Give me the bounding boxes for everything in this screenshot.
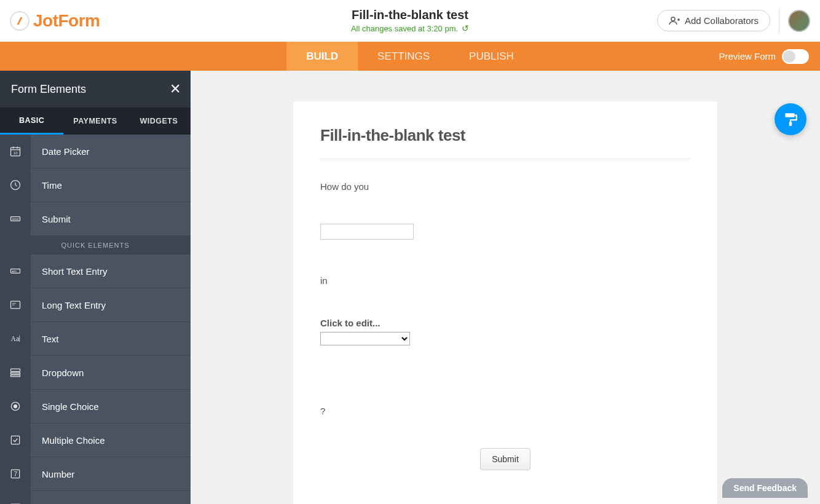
svg-rect-10 bbox=[11, 369, 20, 371]
element-label: Long Text Entry bbox=[31, 300, 106, 310]
section-quick-elements: QUICK ELEMENTS bbox=[0, 236, 191, 254]
svg-rect-8 bbox=[11, 301, 20, 309]
element-single-choice[interactable]: Single Choice bbox=[0, 390, 191, 423]
form-text-2[interactable]: in bbox=[320, 275, 690, 286]
svg-rect-12 bbox=[11, 375, 20, 377]
collab-label: Add Collaborators bbox=[685, 15, 759, 26]
svg-point-14 bbox=[14, 405, 17, 408]
form-text-3[interactable]: ? bbox=[320, 406, 690, 416]
element-image[interactable]: Image bbox=[0, 491, 191, 504]
submit-button[interactable]: Submit bbox=[480, 448, 530, 470]
element-label: Short Text Entry bbox=[31, 266, 107, 277]
date-icon: 10 bbox=[9, 145, 22, 157]
svg-point-0 bbox=[671, 17, 675, 21]
tab-settings[interactable]: SETTINGS bbox=[358, 42, 449, 71]
long-text-icon bbox=[9, 299, 22, 311]
element-label: Single Choice bbox=[31, 401, 99, 412]
save-status: All changes saved at 3:20 pm. ↺ bbox=[351, 23, 469, 33]
sidebar-tab-payments[interactable]: PAYMENTS bbox=[63, 108, 127, 135]
preview-label: Preview Form bbox=[719, 51, 776, 61]
svg-text:10: 10 bbox=[14, 151, 18, 155]
header-center: Fill-in-the-blank test All changes saved… bbox=[351, 8, 469, 33]
nav-tabs: BUILD SETTINGS PUBLISH bbox=[286, 42, 534, 71]
avatar[interactable] bbox=[788, 10, 810, 32]
logo-text: JotForm bbox=[33, 11, 100, 31]
element-dropdown[interactable]: Dropdown bbox=[0, 356, 191, 390]
form-title[interactable]: Fill-in-the-blank test bbox=[351, 8, 469, 22]
image-icon bbox=[9, 502, 22, 504]
element-label: Time bbox=[31, 180, 62, 191]
element-long-text[interactable]: Long Text Entry bbox=[0, 288, 191, 322]
dropdown-label[interactable]: Click to edit... bbox=[320, 318, 690, 328]
sidebar-tab-widgets[interactable]: WIDGETS bbox=[127, 108, 191, 135]
top-header: JotForm Fill-in-the-blank test All chang… bbox=[0, 0, 820, 42]
element-number[interactable]: 7 Number bbox=[0, 457, 191, 491]
element-time[interactable]: Time bbox=[0, 168, 191, 202]
tab-publish[interactable]: PUBLISH bbox=[449, 42, 534, 71]
sidebar-title: Form Elements bbox=[11, 83, 86, 96]
form-divider bbox=[320, 159, 690, 159]
time-icon bbox=[9, 179, 22, 191]
svg-text:SEND: SEND bbox=[12, 218, 19, 221]
element-label: Multiple Choice bbox=[31, 435, 105, 446]
element-multiple-choice[interactable]: Multiple Choice bbox=[0, 423, 191, 457]
svg-rect-11 bbox=[11, 372, 20, 374]
paint-roller-icon bbox=[783, 111, 798, 127]
sidebar: Form Elements ✕ BASIC PAYMENTS WIDGETS 1… bbox=[0, 71, 191, 504]
close-icon[interactable]: ✕ bbox=[170, 81, 181, 97]
sidebar-tabs: BASIC PAYMENTS WIDGETS bbox=[0, 108, 191, 135]
form-text-1[interactable]: How do you bbox=[320, 181, 690, 192]
send-feedback-button[interactable]: Send Feedback bbox=[722, 478, 808, 498]
dropdown-field[interactable] bbox=[320, 332, 410, 345]
form-heading[interactable]: Fill-in-the-blank test bbox=[320, 126, 690, 145]
header-divider bbox=[779, 9, 779, 33]
revert-icon[interactable]: ↺ bbox=[462, 23, 469, 33]
save-status-text: All changes saved at 3:20 pm. bbox=[351, 24, 458, 33]
element-short-text[interactable]: ABC Short Text Entry bbox=[0, 254, 191, 288]
svg-rect-20 bbox=[785, 113, 794, 117]
element-submit[interactable]: SEND Submit bbox=[0, 202, 191, 236]
element-list[interactable]: 10 Date Picker Time SEND Submit QUICK EL… bbox=[0, 135, 191, 504]
element-label: Date Picker bbox=[31, 146, 90, 157]
svg-text:Aa: Aa bbox=[11, 335, 20, 343]
svg-text:7: 7 bbox=[14, 471, 18, 478]
number-icon: 7 bbox=[9, 468, 22, 480]
add-collaborators-button[interactable]: Add Collaborators bbox=[657, 10, 770, 31]
form-card[interactable]: Fill-in-the-blank test How do you in Cli… bbox=[293, 101, 717, 504]
svg-rect-15 bbox=[11, 436, 19, 444]
svg-rect-21 bbox=[789, 122, 792, 126]
nav-bar: BUILD SETTINGS PUBLISH Preview Form bbox=[0, 42, 820, 71]
sidebar-header: Form Elements ✕ bbox=[0, 71, 191, 108]
short-text-icon: ABC bbox=[9, 265, 22, 277]
form-canvas[interactable]: Fill-in-the-blank test How do you in Cli… bbox=[191, 71, 820, 504]
element-label: Text bbox=[31, 334, 59, 344]
submit-icon: SEND bbox=[9, 213, 22, 225]
element-label: Number bbox=[31, 469, 74, 479]
text-input-field[interactable] bbox=[320, 224, 414, 240]
element-text[interactable]: Aa Text bbox=[0, 322, 191, 356]
form-designer-fab[interactable] bbox=[775, 103, 806, 135]
preview-toggle[interactable] bbox=[782, 49, 809, 64]
collaborators-icon bbox=[669, 17, 680, 25]
sidebar-tab-basic[interactable]: BASIC bbox=[0, 108, 63, 135]
logo-icon bbox=[10, 11, 30, 31]
logo[interactable]: JotForm bbox=[10, 11, 100, 31]
text-icon: Aa bbox=[9, 333, 22, 345]
preview-form-toggle-wrap: Preview Form bbox=[719, 49, 820, 64]
radio-icon bbox=[9, 400, 22, 412]
dropdown-icon bbox=[9, 366, 22, 379]
element-label: Dropdown bbox=[31, 368, 84, 378]
checkbox-icon bbox=[9, 434, 22, 446]
svg-text:ABC: ABC bbox=[12, 270, 17, 273]
element-date-picker[interactable]: 10 Date Picker bbox=[0, 135, 191, 168]
element-label: Submit bbox=[31, 214, 71, 224]
tab-build[interactable]: BUILD bbox=[286, 42, 358, 71]
